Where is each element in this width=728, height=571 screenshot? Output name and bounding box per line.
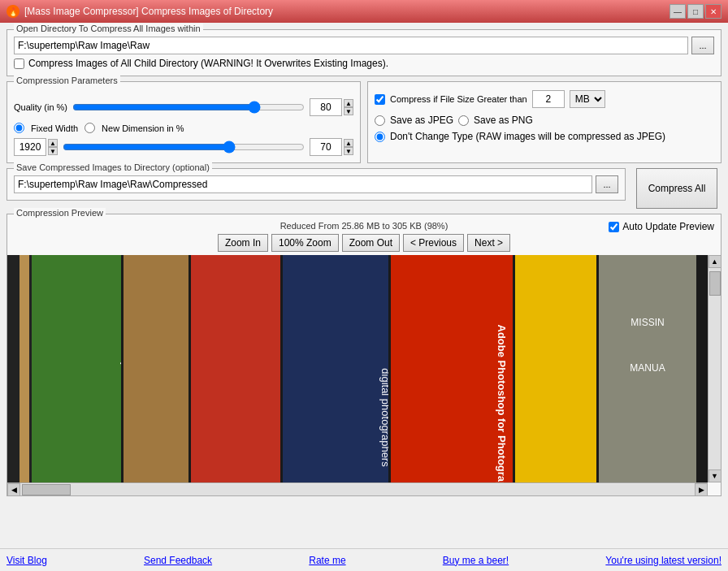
dont-change-label: Don't Change Type (RAW images will be co… bbox=[390, 131, 665, 142]
preview-group: Compression Preview Auto Update Preview … bbox=[6, 214, 722, 496]
close-button[interactable]: ✕ bbox=[705, 4, 722, 19]
child-directory-checkbox[interactable] bbox=[14, 58, 24, 69]
new-dimension-label: New Dimension in % bbox=[102, 123, 184, 133]
fixed-up[interactable]: ▲ bbox=[48, 139, 58, 147]
horizontal-scrollbar[interactable]: ◀ ▶ bbox=[7, 482, 708, 495]
scroll-up-arrow[interactable]: ▲ bbox=[708, 255, 722, 268]
save-directory-input[interactable] bbox=[14, 175, 592, 193]
zoom-out-button[interactable]: Zoom Out bbox=[342, 234, 400, 252]
quality-up[interactable]: ▲ bbox=[344, 99, 353, 107]
fixed-width-input[interactable]: 1920 bbox=[14, 138, 46, 156]
quality-input[interactable]: 80 bbox=[310, 98, 342, 116]
svg-rect-19 bbox=[515, 255, 596, 482]
vertical-scrollbar[interactable]: ▲ ▼ bbox=[708, 255, 721, 482]
svg-rect-15 bbox=[388, 255, 391, 482]
svg-rect-16 bbox=[391, 255, 513, 482]
svg-text:Adobe Photoshop for Photograph: Adobe Photoshop for Photographers bbox=[496, 325, 508, 482]
filesize-input[interactable]: 2 bbox=[532, 90, 565, 108]
svg-rect-18 bbox=[513, 255, 515, 482]
fixed-down[interactable]: ▼ bbox=[48, 147, 58, 155]
quality-slider[interactable] bbox=[72, 101, 305, 114]
save-jpeg-label: Save as JPEG bbox=[390, 115, 453, 126]
auto-update-checkbox[interactable] bbox=[609, 222, 619, 232]
save-jpeg-radio[interactable] bbox=[375, 115, 385, 126]
title-bar: 🔥 [Mass Image Compressor] Compress Image… bbox=[0, 0, 728, 23]
open-directory-input[interactable] bbox=[14, 37, 688, 54]
save-png-radio[interactable] bbox=[458, 115, 469, 126]
unit-select[interactable]: MB KB GB bbox=[570, 90, 605, 108]
svg-rect-9 bbox=[188, 255, 191, 482]
minimize-button[interactable]: — bbox=[670, 4, 686, 19]
scroll-left-arrow[interactable]: ◀ bbox=[7, 483, 20, 496]
fixed-width-radio[interactable] bbox=[14, 123, 24, 133]
svg-rect-2 bbox=[20, 255, 29, 482]
preview-image: op CS3 Photo Effects Co Take Your Photog… bbox=[7, 255, 721, 482]
zoom-100-button[interactable]: 100% Zoom bbox=[271, 234, 339, 252]
auto-update-label: Auto Update Preview bbox=[622, 221, 714, 232]
svg-rect-1 bbox=[7, 255, 20, 482]
save-png-label: Save as PNG bbox=[474, 115, 533, 126]
open-directory-browse[interactable]: ... bbox=[691, 37, 714, 54]
window-controls: — □ ✕ bbox=[670, 4, 722, 19]
svg-rect-12 bbox=[280, 255, 283, 482]
scroll-right-arrow[interactable]: ▶ bbox=[695, 483, 708, 496]
fixed-width-label: Fixed Width bbox=[31, 123, 78, 133]
app-icon: 🔥 bbox=[6, 5, 20, 18]
preview-label: Compression Preview bbox=[14, 208, 106, 218]
quality-down[interactable]: ▼ bbox=[344, 107, 353, 115]
next-button[interactable]: Next > bbox=[467, 234, 510, 252]
dimension-input[interactable]: 70 bbox=[310, 138, 342, 156]
open-directory-label: Open Directory To Compress All Images wi… bbox=[14, 24, 203, 33]
scroll-thumb-vertical[interactable] bbox=[709, 271, 721, 296]
svg-rect-3 bbox=[29, 255, 32, 482]
svg-text:MANUA: MANUA bbox=[630, 362, 665, 374]
dimension-slider[interactable] bbox=[63, 141, 305, 154]
new-dimension-radio[interactable] bbox=[84, 123, 95, 133]
compression-params-label: Compression Parameters bbox=[14, 76, 120, 85]
file-size-group: Compress if File Size Greater than 2 MB … bbox=[367, 81, 722, 163]
save-directory-browse[interactable]: ... bbox=[596, 175, 618, 193]
status-bar: Visit Blog Send Feedback Rate me Buy me … bbox=[0, 548, 728, 571]
save-directory-group: Save Compressed Images to Directory (opt… bbox=[6, 168, 626, 201]
save-directory-label: Save Compressed Images to Directory (opt… bbox=[14, 162, 212, 172]
open-directory-group: Open Directory To Compress All Images wi… bbox=[6, 29, 722, 76]
rate-me-link[interactable]: Rate me bbox=[309, 555, 345, 566]
svg-rect-13 bbox=[283, 255, 388, 482]
scroll-track-vertical bbox=[709, 268, 721, 469]
visit-blog-link[interactable]: Visit Blog bbox=[6, 555, 47, 566]
buy-beer-link[interactable]: Buy me a beer! bbox=[443, 555, 509, 566]
child-directory-label: Compress Images of All Child Directory (… bbox=[28, 58, 388, 69]
scroll-thumb-horizontal[interactable] bbox=[22, 484, 71, 495]
svg-text:MISSIN: MISSIN bbox=[630, 317, 664, 328]
svg-rect-4 bbox=[32, 255, 121, 482]
zoom-in-button[interactable]: Zoom In bbox=[218, 234, 268, 252]
svg-rect-6 bbox=[121, 255, 124, 482]
quality-label: Quality (in %) bbox=[14, 102, 67, 112]
svg-rect-7 bbox=[124, 255, 188, 482]
compress-all-button[interactable]: Compress All bbox=[636, 168, 717, 209]
send-feedback-link[interactable]: Send Feedback bbox=[144, 555, 212, 566]
dont-change-radio[interactable] bbox=[375, 132, 385, 142]
svg-rect-10 bbox=[191, 255, 280, 482]
dim-down[interactable]: ▼ bbox=[344, 147, 353, 155]
version-link[interactable]: You're using latest version! bbox=[605, 555, 722, 566]
scroll-track-horizontal bbox=[20, 484, 695, 495]
compression-params-group: Compression Parameters Quality (in %) 80… bbox=[6, 81, 361, 163]
previous-button[interactable]: < Previous bbox=[403, 234, 464, 252]
filesize-checkbox[interactable] bbox=[375, 94, 385, 105]
maximize-button[interactable]: □ bbox=[687, 4, 704, 19]
scroll-down-arrow[interactable]: ▼ bbox=[708, 469, 722, 482]
dim-up[interactable]: ▲ bbox=[344, 139, 353, 147]
svg-rect-21 bbox=[596, 255, 599, 482]
filesize-label: Compress if File Size Greater than bbox=[390, 94, 527, 104]
window-title: [Mass Image Compressor] Compress Images … bbox=[24, 6, 273, 17]
